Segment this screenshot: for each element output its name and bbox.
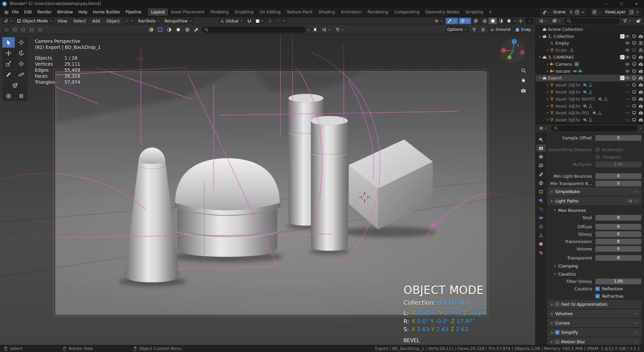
properties-tab-world[interactable] — [536, 179, 546, 187]
value-slider-volume[interactable]: 0 — [595, 246, 641, 252]
new-collection-button[interactable] — [635, 18, 642, 24]
camera-icon[interactable] — [639, 90, 643, 94]
outliner-row-export[interactable]: Export ✓ — [536, 75, 644, 82]
value-slider-total[interactable]: 8 — [595, 215, 641, 221]
tool-scale[interactable] — [2, 59, 15, 69]
panel-header-simplify[interactable]: ✓ Simplify — [548, 328, 641, 337]
camera-icon[interactable] — [639, 111, 643, 115]
viewlayer-name[interactable]: ViewLayer — [603, 10, 628, 14]
camera-view-button[interactable] — [519, 86, 527, 95]
properties-search[interactable] — [551, 125, 638, 131]
shading-solid-button[interactable] — [489, 18, 497, 24]
outliner-row-asset-3-3x[interactable]: Asset 3@3x — [536, 89, 644, 96]
panel-header-fast-gi-approximation[interactable]: Fast GI Approximation — [548, 300, 641, 308]
properties-tab-object[interactable] — [536, 188, 546, 195]
tool-annotate[interactable] — [2, 69, 15, 80]
screen-icon[interactable] — [632, 34, 636, 39]
eye-closed-icon[interactable] — [625, 97, 630, 101]
viewport-gear-button[interactable] — [479, 26, 487, 33]
tab-rendering[interactable]: Rendering — [365, 8, 391, 16]
screen-icon[interactable] — [632, 118, 636, 122]
tab-compositing[interactable]: Compositing — [391, 8, 422, 16]
screen-icon[interactable] — [632, 83, 636, 87]
expand-closed-icon[interactable] — [545, 91, 550, 94]
properties-tab-material[interactable] — [536, 240, 546, 248]
subpanel-header-max-bounces[interactable]: Max Bounces — [548, 206, 641, 214]
tool-move[interactable] — [2, 48, 15, 58]
expand-closed-icon[interactable] — [545, 70, 550, 73]
collapse-chevron-icon[interactable] — [307, 28, 310, 31]
transform-orientation-dropdown[interactable]: Global — [218, 18, 245, 24]
menu-select[interactable]: Select — [71, 19, 89, 23]
viewport-filter-button[interactable] — [470, 26, 478, 33]
expand-closed-icon[interactable] — [545, 83, 550, 86]
rantools-dropdown[interactable]: RanTools — [136, 18, 162, 24]
gizmo-x-neg-axis[interactable] — [501, 48, 506, 53]
tab-uv-editing[interactable]: UV Editing — [257, 8, 284, 16]
tool-add-cube[interactable] — [2, 80, 28, 91]
gizmos-toggle[interactable] — [446, 18, 458, 24]
value-slider-min-transparent-b[interactable]: 0 — [595, 181, 641, 186]
snap-button[interactable]: Snap — [514, 26, 533, 33]
filter-dropdown[interactable] — [334, 26, 346, 33]
camera-icon[interactable] — [639, 62, 643, 66]
pin-icon[interactable] — [569, 10, 573, 14]
outliner-row-asset-4-3x[interactable]: Asset 4@3x — [536, 103, 644, 110]
camera-icon[interactable] — [639, 104, 643, 108]
tool-transform[interactable] — [15, 59, 28, 69]
eye-closed-icon[interactable] — [625, 118, 630, 122]
panel-header-motion-blur[interactable]: Motion Blur — [548, 338, 641, 345]
screen-icon[interactable] — [632, 76, 636, 80]
subpanel-header-clamping[interactable]: Clamping — [548, 262, 641, 270]
outliner-row-1-collection[interactable]: 1. Collection ✓ — [536, 33, 644, 40]
camera-icon[interactable] — [639, 69, 643, 73]
expand-closed-icon[interactable] — [545, 63, 550, 66]
panel-header-light-paths[interactable]: Light Paths — [548, 197, 641, 205]
properties-search-input[interactable] — [560, 126, 635, 131]
tab-modeling[interactable]: Modeling — [207, 8, 232, 16]
select-mode-intersect[interactable] — [36, 26, 44, 33]
selection-square-button[interactable] — [156, 26, 164, 33]
asset-button[interactable] — [174, 26, 182, 33]
properties-tab-particles[interactable] — [536, 205, 546, 213]
tool-rf-polystrips[interactable] — [15, 91, 28, 101]
remove-viewlayer-icon[interactable] — [635, 10, 640, 14]
mode-options-dropdown[interactable] — [123, 18, 135, 24]
menu-home-builder[interactable]: Home Builder — [90, 10, 123, 14]
shading-wireframe-button[interactable] — [481, 18, 489, 24]
visibility-dropdown[interactable] — [433, 18, 445, 24]
value-slider-filter-glossy[interactable]: 1.00 — [595, 279, 641, 284]
outliner-row-empty[interactable]: Empty — [536, 40, 644, 47]
menu-file[interactable]: File — [9, 10, 21, 14]
tool-cursor[interactable] — [15, 37, 28, 48]
half-sphere-button[interactable] — [165, 26, 173, 33]
editor-type-dropdown[interactable] — [2, 18, 14, 24]
expand-open-icon[interactable] — [538, 35, 542, 38]
expand-closed-icon[interactable] — [545, 111, 550, 114]
scene-object-cylinder-front[interactable] — [311, 116, 348, 251]
tree-view-dropdown[interactable] — [320, 26, 332, 33]
properties-tab-scene[interactable] — [536, 170, 546, 178]
tool-rf-contours[interactable] — [2, 91, 15, 101]
panel-header-volumes[interactable]: Volumes — [548, 309, 641, 318]
expand-closed-icon[interactable] — [545, 98, 550, 101]
eye-icon[interactable] — [625, 34, 630, 39]
retopoflow-dropdown[interactable]: RetopoFlow — [163, 18, 194, 24]
preset-icon[interactable] — [628, 199, 633, 203]
collection-exclude-checkbox[interactable]: ✓ — [620, 76, 625, 80]
expand-open-icon[interactable] — [538, 56, 542, 59]
new-scene-icon[interactable] — [575, 10, 580, 15]
screen-icon[interactable] — [632, 90, 636, 94]
screen-icon[interactable] — [632, 104, 636, 108]
camera-icon[interactable] — [639, 83, 643, 87]
menu-help[interactable]: Help — [75, 10, 90, 14]
options-dropdown[interactable]: Options — [445, 26, 469, 33]
minimize-button[interactable]: ─ — [599, 0, 614, 7]
menu-window[interactable]: Window — [54, 10, 75, 14]
camera-icon[interactable] — [639, 97, 643, 101]
tool-search-input[interactable] — [211, 27, 303, 32]
tool-measure[interactable] — [15, 69, 28, 80]
shading-rendered-button[interactable] — [505, 18, 513, 24]
screen-icon[interactable] — [632, 41, 636, 45]
screen-off-icon[interactable] — [632, 48, 636, 52]
